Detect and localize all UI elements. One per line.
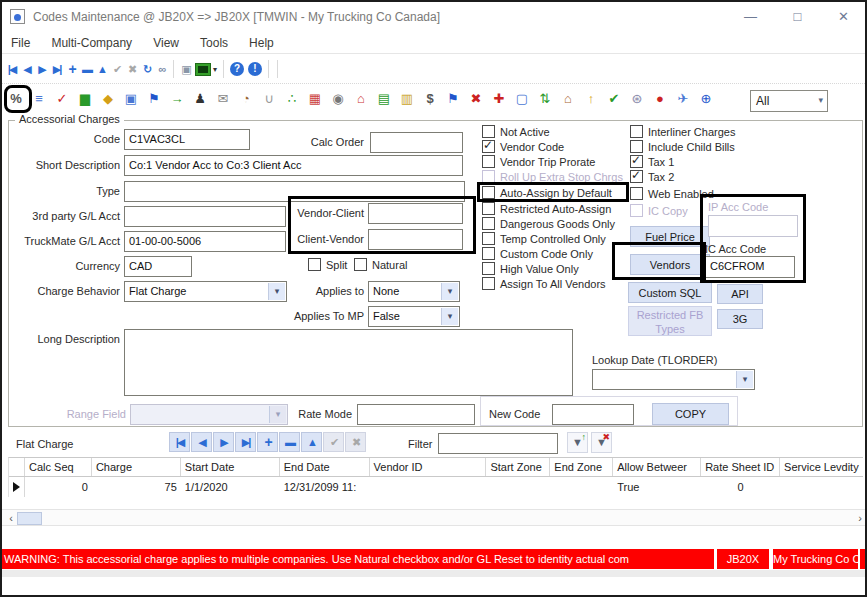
vendors-button[interactable]: Vendors [630,254,710,275]
roll-up-extra-stop-checkbox[interactable] [482,170,495,183]
tax2-checkbox[interactable] [630,170,643,183]
toolbar-filter-combo[interactable]: All ▾ [750,90,828,112]
scroll-right-icon[interactable]: › [853,511,867,526]
web-enabled-checkbox[interactable] [630,187,643,200]
calendar-icon[interactable]: ▦ [305,89,325,109]
short-description-field[interactable]: Co:1 Vendor Acc to Co:3 Client Acc [124,155,463,176]
fc-first-icon[interactable]: |◀ [169,432,190,452]
home-icon[interactable]: ⌂ [558,89,578,109]
network-delete-icon[interactable]: ✖ [466,89,486,109]
mail-icon[interactable]: ✉ [213,89,233,109]
menu-tools[interactable]: Tools [191,32,237,50]
calc-order-field[interactable] [370,132,463,153]
flag-blue-icon[interactable]: ⚑ [443,89,463,109]
export-box-icon[interactable]: → [167,89,187,109]
lookup-date-select[interactable]: ▾ [592,369,755,390]
search-binoculars-icon[interactable]: ∞ [154,59,169,79]
rate-mode-field[interactable] [357,404,475,425]
copy-check-icon[interactable]: ▣ [121,89,141,109]
next-record-icon[interactable]: ▶ [34,59,49,79]
col-rate-sheet-id[interactable]: Rate Sheet ID [701,458,780,476]
help-icon[interactable]: ? [230,62,244,76]
about-icon[interactable]: ! [248,62,262,76]
client-vendor-field[interactable] [368,229,463,250]
fc-post-icon[interactable]: ✔ [323,432,344,452]
col-service-level[interactable]: Service Levdity [780,458,863,476]
truckmate-gl-field[interactable]: 01-00-00-5006 [124,231,286,252]
chart-icon[interactable]: ▆ [75,89,95,109]
vendor-code-checkbox[interactable] [482,140,495,153]
camera-icon[interactable]: ◉ [328,89,348,109]
col-start-date[interactable]: Start Date [181,458,280,476]
auto-assign-default-checkbox[interactable] [482,186,495,199]
split-checkbox[interactable] [308,258,321,271]
maximize-button[interactable]: □ [775,2,820,31]
ip-acc-code-field[interactable] [708,215,798,237]
prior-record-icon[interactable]: ◀ [19,59,34,79]
edit-record-icon[interactable]: ▲ [94,59,109,79]
col-allow-between[interactable]: Allow Betweer [613,458,701,476]
dangerous-goods-checkbox[interactable] [482,217,495,230]
cargo-box-icon[interactable]: ▥ [397,89,417,109]
invoice-icon[interactable]: $ [420,89,440,109]
globe-icon[interactable]: ⊕ [696,89,716,109]
print-icon[interactable]: ▣ [178,59,193,79]
custom-code-only-checkbox[interactable] [482,247,495,260]
resize-grip[interactable] [860,549,867,569]
terminal-icon[interactable]: ⌂ [351,89,371,109]
minimize-button[interactable]: — [728,2,773,31]
fc-insert-icon[interactable]: + [257,432,278,452]
driver-icon[interactable]: ♟ [190,89,210,109]
col-end-zone[interactable]: End Zone [550,458,613,476]
fc-cancel-icon[interactable]: ✖ [345,432,366,452]
car-icon[interactable]: ● [650,89,670,109]
approve-check-icon[interactable]: ✔ [604,89,624,109]
include-child-bills-checkbox[interactable] [630,140,643,153]
col-vendor-id[interactable]: Vendor ID [370,458,487,476]
up-arrow-icon[interactable]: ↑ [581,89,601,109]
currency-field[interactable]: CAD [124,256,192,277]
table-row[interactable]: 0 75 1/1/2020 12/31/2099 11: True 0 [9,477,863,497]
insert-record-icon[interactable]: + [64,59,79,79]
dispatch-nodes-icon[interactable]: ∴ [282,89,302,109]
horizontal-scrollbar[interactable]: ‹ › [2,509,867,526]
ic-copy-checkbox[interactable] [630,204,643,217]
hook-icon[interactable]: ∪ [259,89,279,109]
vendor-client-field[interactable] [368,203,463,224]
copy-button[interactable]: COPY [652,403,729,425]
scrollbar-thumb[interactable] [17,512,42,525]
gauge-icon[interactable]: ◔ [236,89,256,109]
new-code-field[interactable] [552,404,634,425]
filter-input[interactable] [438,433,558,454]
last-record-icon[interactable]: ▶| [49,59,64,79]
scroll-left-icon[interactable]: ‹ [4,511,18,526]
col-end-date[interactable]: End Date [280,458,370,476]
natural-checkbox[interactable] [354,258,367,271]
gears-icon[interactable]: ⊛ [627,89,647,109]
refresh-icon[interactable]: ↻ [139,59,154,79]
col-start-zone[interactable]: Start Zone [486,458,550,476]
applies-to-mp-select[interactable]: False▾ [368,306,460,327]
code-field[interactable]: C1VAC3CL [124,129,250,150]
checklist-icon[interactable]: ✓ [52,89,72,109]
menu-view[interactable]: View [144,32,188,50]
col-calc-seq[interactable]: Calc Seq [25,458,92,476]
fuel-price-button[interactable]: Fuel Price [630,226,710,247]
restricted-fb-types-button[interactable]: Restricted FB Types [628,306,712,336]
not-active-checkbox[interactable] [482,125,495,138]
filter-apply-icon[interactable]: ▼↑ [567,432,588,453]
fc-last-icon[interactable]: ▶| [235,432,256,452]
applies-to-select[interactable]: None▾ [368,281,460,302]
fc-delete-icon[interactable]: ▬ [279,432,300,452]
third-party-gl-field[interactable] [124,206,286,227]
shield-icon[interactable]: ◆ [98,89,118,109]
menu-multi-company[interactable]: Multi-Company [42,32,141,50]
menu-help[interactable]: Help [240,32,283,50]
high-value-only-checkbox[interactable] [482,262,495,275]
monitor-dropdown-icon[interactable]: ▾ [213,65,217,74]
vendor-trip-prorate-checkbox[interactable] [482,155,495,168]
temp-controlled-checkbox[interactable] [482,232,495,245]
propeller-icon[interactable]: ✈ [673,89,693,109]
col-charge[interactable]: Charge [92,458,181,476]
monitor-icon[interactable] [195,63,211,76]
